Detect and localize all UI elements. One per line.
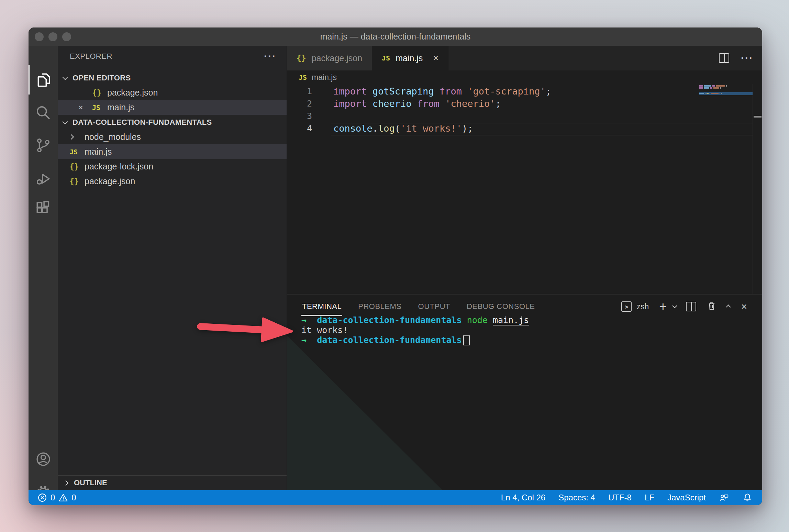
editor-tab-bar: {}package.jsonJSmain.js× ··· (287, 46, 762, 70)
line-number: 1 (287, 86, 312, 96)
panel-tab-problems[interactable]: PROBLEMS (358, 302, 401, 311)
terminal-dropdown-icon[interactable] (673, 303, 677, 308)
traffic-lights (35, 27, 71, 46)
terminal-cursor (463, 335, 470, 345)
js-file-icon: JS (92, 103, 107, 112)
terminal-panel: TERMINALPROBLEMSOUTPUTDEBUG CONSOLE > zs… (287, 294, 762, 490)
feedback-icon[interactable] (719, 492, 729, 503)
minimap-line (699, 89, 753, 91)
terminal-content[interactable]: → data-collection-fundamentals node main… (287, 315, 762, 490)
run-debug-icon (35, 170, 52, 187)
explorer-sidebar: EXPLORER ··· OPEN EDITORS{}package.json×… (58, 46, 287, 490)
shell-label[interactable]: zsh (636, 302, 649, 311)
more-actions-icon[interactable]: ··· (264, 55, 276, 58)
close-icon[interactable]: × (78, 103, 92, 112)
tab-main-js[interactable]: JSmain.js× (372, 46, 448, 70)
status-item-language-mode[interactable]: JavaScript (667, 493, 706, 502)
terminal-line: it works! (301, 325, 762, 335)
outline-label: OUTLINE (74, 478, 107, 487)
breadcrumb[interactable]: JS main.js (287, 70, 762, 84)
chevron-right-icon (69, 134, 74, 140)
editor-group: {}package.jsonJSmain.js× ··· JS main.js … (287, 46, 762, 490)
code-line-1[interactable]: 1import gotScraping from 'got-scraping'; (287, 85, 762, 97)
outline-section-header[interactable]: OUTLINE (58, 475, 287, 490)
window-title: main.js — data-collection-fundamentals (29, 32, 762, 42)
section-label: OPEN EDITORS (73, 74, 131, 82)
activity-bar: 1 (29, 46, 58, 490)
close-window-button[interactable] (35, 32, 44, 41)
line-number: 2 (287, 99, 312, 109)
minimap[interactable] (699, 85, 753, 96)
chevron-right-icon (63, 480, 69, 486)
maximize-panel-icon[interactable] (726, 304, 731, 309)
json-file-icon: {} (297, 54, 306, 63)
error-icon (37, 493, 47, 502)
status-item-cursor-position[interactable]: Ln 4, Col 26 (501, 493, 545, 502)
sidebar-title: EXPLORER (70, 52, 112, 61)
editor-more-actions-icon[interactable]: ··· (741, 56, 753, 60)
title-bar[interactable]: main.js — data-collection-fundamentals (29, 27, 762, 46)
sidebar-item-extensions[interactable] (29, 194, 58, 223)
line-number: 3 (287, 111, 312, 121)
sidebar-item-package-json[interactable]: {}package.json (58, 174, 287, 189)
minimap-line (699, 87, 753, 89)
section-label: DATA-COLLECTION-FUNDAMENTALS (73, 118, 212, 127)
breadcrumb-file: main.js (312, 73, 337, 82)
minimap-line (699, 92, 753, 95)
zoom-window-button[interactable] (62, 32, 71, 41)
code-text: import cheerio from 'cheerio'; (312, 98, 501, 109)
tab-label: main.js (396, 53, 423, 63)
sidebar-item-data-collection-fundamentals[interactable]: DATA-COLLECTION-FUNDAMENTALS (58, 115, 287, 130)
js-file-icon: JS (299, 73, 307, 81)
sidebar-item-explorer[interactable] (29, 65, 58, 95)
error-count: 0 (51, 493, 55, 502)
annotation-arrow (192, 313, 299, 348)
files-icon (35, 71, 52, 89)
close-icon[interactable]: × (433, 53, 438, 64)
panel-tab-debug-console[interactable]: DEBUG CONSOLE (467, 302, 535, 311)
kill-terminal-icon[interactable] (707, 300, 717, 313)
code-editor[interactable]: 1import gotScraping from 'got-scraping';… (287, 84, 762, 294)
file-label: node_modules (85, 132, 141, 142)
sidebar-item-main-js[interactable]: JSmain.js (58, 144, 287, 159)
minimize-window-button[interactable] (48, 32, 57, 41)
sidebar-item-search[interactable] (29, 98, 58, 127)
code-text: import gotScraping from 'got-scraping'; (312, 86, 551, 97)
problems-status[interactable]: 0 0 (29, 493, 76, 502)
panel-tab-terminal[interactable]: TERMINAL (302, 302, 342, 311)
sidebar-item-package-json[interactable]: {}package.json (58, 85, 287, 100)
account-button[interactable] (29, 444, 58, 474)
search-icon (35, 104, 52, 121)
terminal-shell-icon: > (621, 301, 632, 312)
close-panel-icon[interactable]: × (741, 301, 747, 312)
bell-icon[interactable] (742, 492, 753, 503)
sidebar-item-main-js[interactable]: ×JSmain.js (58, 100, 287, 115)
file-label: package.json (85, 176, 135, 186)
sidebar-item-open-editors[interactable]: OPEN EDITORS (58, 70, 287, 85)
panel-tab-output[interactable]: OUTPUT (418, 302, 450, 311)
warning-icon (58, 493, 68, 502)
sidebar-item-node-modules[interactable]: node_modules (58, 130, 287, 144)
sidebar-item-run-debug[interactable] (29, 164, 58, 193)
warning-count: 0 (71, 493, 76, 502)
tab-label: package.json (312, 53, 362, 63)
js-file-icon: JS (69, 148, 85, 156)
status-item-encoding[interactable]: UTF-8 (608, 493, 632, 502)
sidebar-item-source-control[interactable] (29, 131, 58, 160)
terminal-line: → data-collection-fundamentals node main… (301, 315, 762, 325)
status-item-indentation[interactable]: Spaces: 4 (558, 493, 595, 502)
code-line-2[interactable]: 2import cheerio from 'cheerio'; (287, 97, 762, 110)
tab-package-json[interactable]: {}package.json (287, 46, 372, 70)
split-editor-icon[interactable] (719, 53, 729, 63)
code-line-4[interactable]: 4console.log('it works!'); (287, 122, 762, 134)
line-number: 4 (287, 123, 312, 133)
chevron-down-icon (63, 75, 68, 80)
code-line-3[interactable]: 3 (287, 110, 762, 122)
desktop-background: main.js — data-collection-fundamentals (0, 0, 789, 532)
sidebar-item-package-lock-json[interactable]: {}package-lock.json (58, 159, 287, 174)
account-icon (35, 451, 52, 468)
terminal-line: → data-collection-fundamentals (301, 335, 762, 345)
new-terminal-icon[interactable]: + (659, 301, 667, 312)
split-terminal-icon[interactable] (686, 302, 696, 311)
status-item-eol-selector[interactable]: LF (645, 493, 654, 502)
